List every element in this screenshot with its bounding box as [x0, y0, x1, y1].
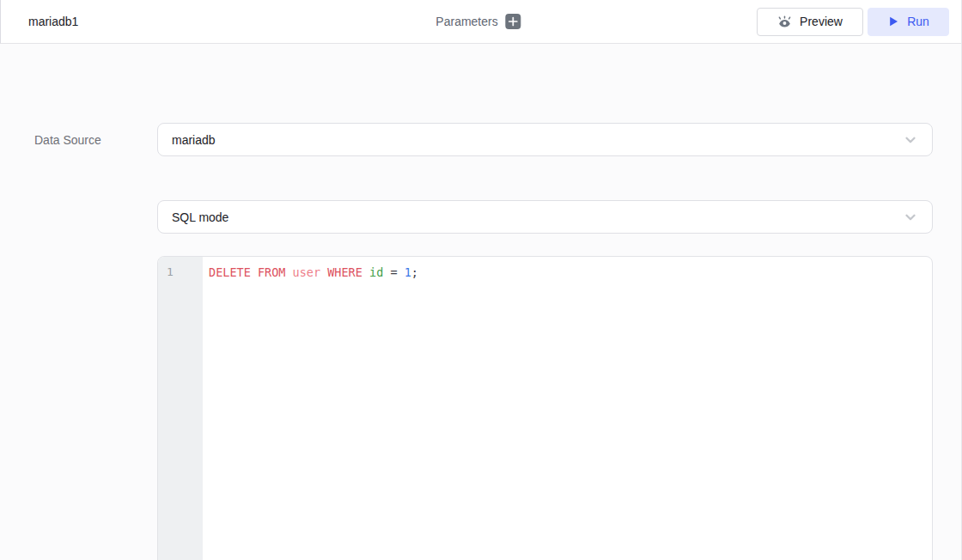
data-source-value: mariadb — [172, 133, 216, 147]
parameters-group: Parameters — [435, 14, 521, 29]
run-button-label: Run — [907, 15, 929, 28]
parameters-label: Parameters — [435, 15, 497, 28]
header-actions: Preview Run — [757, 8, 949, 36]
code-line: DELETE FROM user WHERE id = 1; — [209, 265, 932, 280]
editor-code-area[interactable]: DELETE FROM user WHERE id = 1; — [203, 257, 932, 560]
chevron-down-icon — [903, 210, 918, 225]
sql-mode-select[interactable]: SQL mode — [157, 200, 933, 234]
eye-icon — [777, 15, 792, 29]
sql-token-operator: = — [390, 265, 397, 279]
sql-token-keyword: WHERE — [327, 265, 362, 279]
run-button[interactable]: Run — [868, 8, 949, 36]
editor-gutter: 1 — [158, 257, 203, 560]
data-source-label: Data Source — [34, 123, 101, 156]
sql-token-semicolon: ; — [411, 265, 418, 279]
sql-token-number: 1 — [405, 265, 411, 279]
data-source-select[interactable]: mariadb — [157, 123, 933, 156]
query-form: Data Source mariadb SQL mode 1 DELETE FR… — [0, 44, 961, 560]
sql-token-keyword: FROM — [258, 265, 286, 279]
sql-mode-value: SQL mode — [172, 210, 228, 224]
sql-token-table: user — [293, 265, 321, 279]
line-number: 1 — [167, 265, 203, 280]
sql-token-keyword: DELETE — [209, 265, 251, 279]
play-icon — [887, 15, 899, 27]
query-editor-panel: mariadb1 Parameters — [0, 0, 962, 560]
query-title: mariadb1 — [28, 15, 78, 28]
preview-button[interactable]: Preview — [757, 8, 863, 36]
add-parameter-button[interactable] — [506, 14, 521, 29]
sql-editor[interactable]: 1 DELETE FROM user WHERE id = 1; — [157, 256, 933, 560]
preview-button-label: Preview — [800, 15, 843, 28]
header: mariadb1 Parameters — [0, 0, 961, 44]
chevron-down-icon — [903, 132, 918, 148]
sql-token-column: id — [369, 265, 383, 279]
plus-icon — [508, 16, 519, 27]
